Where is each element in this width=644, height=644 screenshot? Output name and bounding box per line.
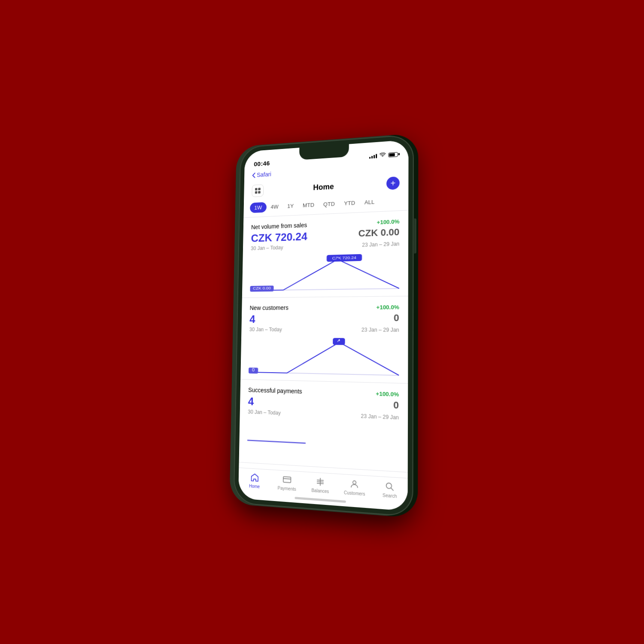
metric-label-2: New customers <box>250 304 289 311</box>
tab-ytd[interactable]: YTD <box>339 197 360 209</box>
silent-button <box>237 204 239 218</box>
volume-down-button <box>235 253 238 276</box>
bottom-nav: Home Payments <box>238 468 408 511</box>
safari-back-label: Safari <box>257 171 271 178</box>
volume-up-button <box>236 226 239 249</box>
svg-point-21 <box>353 481 356 484</box>
status-time: 00:46 <box>254 159 270 167</box>
metric-secondary-2: 0 <box>394 312 399 324</box>
metric-change-1: +100.0% <box>377 218 400 225</box>
metric-primary-1: CZK 720.24 <box>251 230 307 245</box>
nav-balances[interactable]: Balances <box>304 475 337 494</box>
metric-change-2: +100.0% <box>376 304 399 310</box>
tab-1w[interactable]: 1W <box>250 202 266 213</box>
customers-icon <box>349 478 360 490</box>
metric-date-primary-3: 30 Jan – Today <box>248 409 281 416</box>
metric-dates-3: 30 Jan – Today 23 Jan – 29 Jan <box>248 409 399 421</box>
svg-text:CZK 720.24: CZK 720.24 <box>332 255 356 261</box>
svg-line-19 <box>317 482 324 482</box>
phone-screen: 00:46 <box>238 140 409 511</box>
phone-scene: 00:46 <box>234 134 414 517</box>
tab-all[interactable]: ALL <box>360 196 379 208</box>
nav-customers-label: Customers <box>344 490 365 497</box>
nav-home-label: Home <box>249 483 260 489</box>
nav-home[interactable]: Home <box>238 471 270 490</box>
metric-header-1: Net volume from sales +100.0% <box>251 218 399 231</box>
tab-mtd[interactable]: MTD <box>298 199 319 211</box>
home-indicator <box>295 497 346 503</box>
balances-icon <box>315 476 325 487</box>
svg-rect-9 <box>333 338 345 345</box>
add-button[interactable]: + <box>386 176 400 190</box>
metric-date-secondary-2: 23 Jan – 29 Jan <box>361 327 399 333</box>
chart-1: CZK 720.24 CZK 0.00 <box>250 251 399 292</box>
metric-primary-3: 4 <box>248 395 254 408</box>
svg-rect-1 <box>258 188 261 190</box>
metric-card-payments: Successful payments +100.0% 4 0 30 Jan –… <box>239 380 408 473</box>
chart-3 <box>247 419 398 466</box>
metric-date-primary-1: 30 Jan – Today <box>251 245 283 252</box>
scroll-content[interactable]: Net volume from sales +100.0% CZK 720.24… <box>239 210 408 475</box>
search-icon <box>384 480 395 492</box>
svg-line-18 <box>317 480 324 480</box>
metric-date-secondary-3: 23 Jan – 29 Jan <box>361 413 398 421</box>
status-icons <box>369 151 398 159</box>
home-icon <box>249 472 259 483</box>
svg-line-20 <box>317 483 324 484</box>
nav-search-label: Search <box>383 493 397 499</box>
power-button <box>414 219 416 254</box>
svg-point-22 <box>386 483 392 489</box>
nav-search[interactable]: Search <box>372 480 407 500</box>
metric-dates-2: 30 Jan – Today 23 Jan – 29 Jan <box>249 327 399 333</box>
tab-1y[interactable]: 1Y <box>283 200 298 212</box>
metric-card-net-volume: Net volume from sales +100.0% CZK 720.24… <box>242 210 408 298</box>
metric-date-secondary-1: 23 Jan – 29 Jan <box>362 241 399 248</box>
svg-text:CZK 0.00: CZK 0.00 <box>253 286 271 291</box>
metric-date-primary-2: 30 Jan – Today <box>249 327 282 333</box>
svg-text:0: 0 <box>252 368 255 372</box>
svg-rect-3 <box>258 191 261 194</box>
svg-text:4: 4 <box>337 339 340 344</box>
svg-rect-0 <box>255 188 258 191</box>
nav-payments[interactable]: Payments <box>270 474 304 492</box>
metric-label-1: Net volume from sales <box>251 222 307 231</box>
page-title: Home <box>313 182 334 192</box>
svg-line-14 <box>247 440 306 443</box>
metric-secondary-3: 0 <box>393 399 399 411</box>
metric-change-3: +100.0% <box>376 390 399 398</box>
svg-point-13 <box>338 341 341 343</box>
app-logo <box>252 184 264 197</box>
signal-icon <box>369 153 377 159</box>
svg-line-23 <box>391 488 393 491</box>
nav-customers[interactable]: Customers <box>337 477 372 497</box>
nav-balances-label: Balances <box>311 488 329 494</box>
wifi-icon <box>380 152 386 159</box>
tab-4w[interactable]: 4W <box>266 201 283 213</box>
metric-header-2: New customers +100.0% <box>250 304 399 311</box>
notch <box>299 144 349 160</box>
metric-values-2: 4 0 <box>249 312 399 326</box>
payments-icon <box>282 474 292 485</box>
chart-2: 4 0 <box>249 337 399 378</box>
battery-icon <box>388 152 398 157</box>
metric-primary-2: 4 <box>249 313 255 326</box>
svg-line-16 <box>283 479 291 479</box>
nav-payments-label: Payments <box>278 486 296 492</box>
tab-qtd[interactable]: QTD <box>319 198 339 210</box>
metric-label-3: Successful payments <box>248 386 302 395</box>
svg-rect-2 <box>255 191 258 194</box>
phone-body: 00:46 <box>234 134 414 517</box>
svg-rect-15 <box>283 477 291 483</box>
metric-card-new-customers: New customers +100.0% 4 0 30 Jan – Today… <box>240 296 408 383</box>
metric-secondary-1: CZK 0.00 <box>358 227 400 240</box>
